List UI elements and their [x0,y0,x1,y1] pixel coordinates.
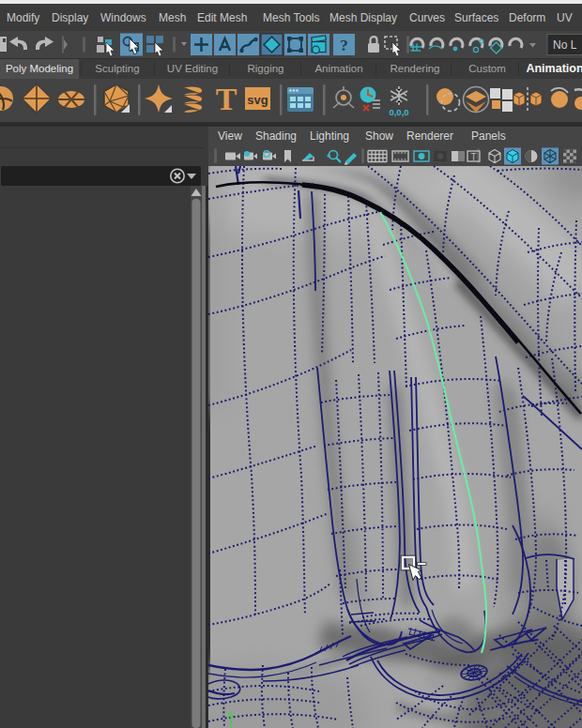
svg-text:T: T [470,152,476,162]
svg-text:T: T [216,82,237,116]
svg-text:?: ? [340,37,348,54]
svg-text:No L: No L [553,38,577,52]
svg-text:svg: svg [247,93,268,107]
svg-text:0,0,0: 0,0,0 [389,107,408,117]
